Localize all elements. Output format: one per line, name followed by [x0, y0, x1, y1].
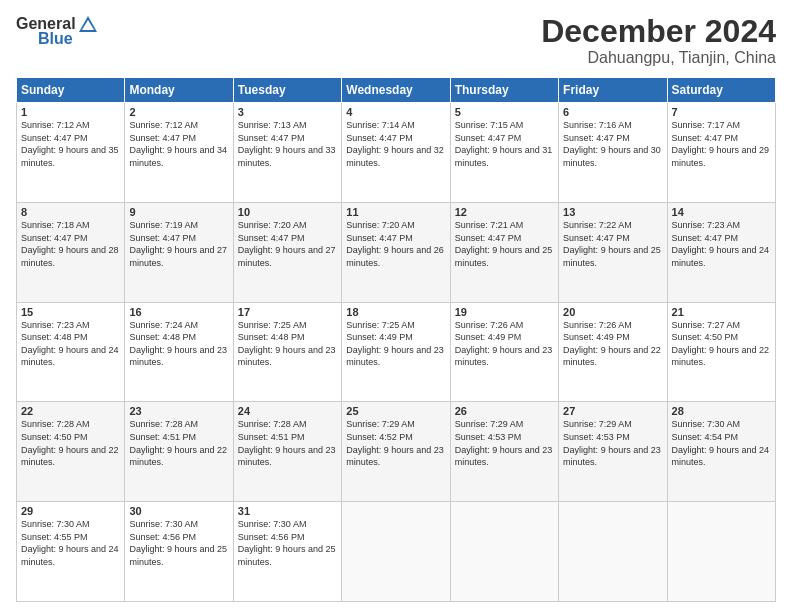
column-header-tuesday: Tuesday [233, 78, 341, 103]
day-content: Sunrise: 7:29 AM Sunset: 4:53 PM Dayligh… [455, 418, 554, 468]
day-content: Sunrise: 7:23 AM Sunset: 4:48 PM Dayligh… [21, 319, 120, 369]
day-cell: 20 Sunrise: 7:26 AM Sunset: 4:49 PM Dayl… [559, 302, 667, 402]
day-cell: 29 Sunrise: 7:30 AM Sunset: 4:55 PM Dayl… [17, 502, 125, 602]
column-header-saturday: Saturday [667, 78, 775, 103]
day-number: 15 [21, 306, 120, 318]
day-cell: 27 Sunrise: 7:29 AM Sunset: 4:53 PM Dayl… [559, 402, 667, 502]
logo-blue: Blue [38, 30, 73, 48]
day-content: Sunrise: 7:28 AM Sunset: 4:51 PM Dayligh… [129, 418, 228, 468]
column-header-monday: Monday [125, 78, 233, 103]
day-content: Sunrise: 7:13 AM Sunset: 4:47 PM Dayligh… [238, 119, 337, 169]
day-content: Sunrise: 7:29 AM Sunset: 4:52 PM Dayligh… [346, 418, 445, 468]
column-header-thursday: Thursday [450, 78, 558, 103]
day-cell: 10 Sunrise: 7:20 AM Sunset: 4:47 PM Dayl… [233, 202, 341, 302]
day-cell: 25 Sunrise: 7:29 AM Sunset: 4:52 PM Dayl… [342, 402, 450, 502]
day-content: Sunrise: 7:29 AM Sunset: 4:53 PM Dayligh… [563, 418, 662, 468]
day-cell: 5 Sunrise: 7:15 AM Sunset: 4:47 PM Dayli… [450, 103, 558, 203]
day-cell: 19 Sunrise: 7:26 AM Sunset: 4:49 PM Dayl… [450, 302, 558, 402]
day-cell [342, 502, 450, 602]
day-content: Sunrise: 7:17 AM Sunset: 4:47 PM Dayligh… [672, 119, 771, 169]
day-number: 24 [238, 405, 337, 417]
day-content: Sunrise: 7:20 AM Sunset: 4:47 PM Dayligh… [238, 219, 337, 269]
day-number: 23 [129, 405, 228, 417]
day-cell: 9 Sunrise: 7:19 AM Sunset: 4:47 PM Dayli… [125, 202, 233, 302]
day-number: 8 [21, 206, 120, 218]
day-number: 12 [455, 206, 554, 218]
day-number: 27 [563, 405, 662, 417]
day-content: Sunrise: 7:25 AM Sunset: 4:49 PM Dayligh… [346, 319, 445, 369]
day-cell: 12 Sunrise: 7:21 AM Sunset: 4:47 PM Dayl… [450, 202, 558, 302]
day-number: 7 [672, 106, 771, 118]
column-header-wednesday: Wednesday [342, 78, 450, 103]
day-cell: 14 Sunrise: 7:23 AM Sunset: 4:47 PM Dayl… [667, 202, 775, 302]
day-content: Sunrise: 7:26 AM Sunset: 4:49 PM Dayligh… [563, 319, 662, 369]
day-cell: 16 Sunrise: 7:24 AM Sunset: 4:48 PM Dayl… [125, 302, 233, 402]
calendar-header-row: SundayMondayTuesdayWednesdayThursdayFrid… [17, 78, 776, 103]
day-content: Sunrise: 7:27 AM Sunset: 4:50 PM Dayligh… [672, 319, 771, 369]
day-number: 30 [129, 505, 228, 517]
day-number: 4 [346, 106, 445, 118]
day-number: 3 [238, 106, 337, 118]
day-content: Sunrise: 7:20 AM Sunset: 4:47 PM Dayligh… [346, 219, 445, 269]
header: GeneralBlue December 2024 Dahuangpu, Tia… [16, 14, 776, 67]
day-number: 22 [21, 405, 120, 417]
title-block: December 2024 Dahuangpu, Tianjin, China [541, 14, 776, 67]
day-number: 26 [455, 405, 554, 417]
day-content: Sunrise: 7:24 AM Sunset: 4:48 PM Dayligh… [129, 319, 228, 369]
day-cell: 23 Sunrise: 7:28 AM Sunset: 4:51 PM Dayl… [125, 402, 233, 502]
page: GeneralBlue December 2024 Dahuangpu, Tia… [0, 0, 792, 612]
day-number: 16 [129, 306, 228, 318]
day-content: Sunrise: 7:28 AM Sunset: 4:50 PM Dayligh… [21, 418, 120, 468]
day-number: 13 [563, 206, 662, 218]
day-cell: 22 Sunrise: 7:28 AM Sunset: 4:50 PM Dayl… [17, 402, 125, 502]
day-cell: 2 Sunrise: 7:12 AM Sunset: 4:47 PM Dayli… [125, 103, 233, 203]
day-cell: 31 Sunrise: 7:30 AM Sunset: 4:56 PM Dayl… [233, 502, 341, 602]
day-number: 14 [672, 206, 771, 218]
day-content: Sunrise: 7:19 AM Sunset: 4:47 PM Dayligh… [129, 219, 228, 269]
day-content: Sunrise: 7:30 AM Sunset: 4:55 PM Dayligh… [21, 518, 120, 568]
logo: GeneralBlue [16, 14, 100, 48]
day-cell: 28 Sunrise: 7:30 AM Sunset: 4:54 PM Dayl… [667, 402, 775, 502]
day-cell [450, 502, 558, 602]
week-row-4: 22 Sunrise: 7:28 AM Sunset: 4:50 PM Dayl… [17, 402, 776, 502]
day-cell: 18 Sunrise: 7:25 AM Sunset: 4:49 PM Dayl… [342, 302, 450, 402]
title-location: Dahuangpu, Tianjin, China [541, 49, 776, 67]
day-cell: 13 Sunrise: 7:22 AM Sunset: 4:47 PM Dayl… [559, 202, 667, 302]
week-row-2: 8 Sunrise: 7:18 AM Sunset: 4:47 PM Dayli… [17, 202, 776, 302]
day-content: Sunrise: 7:30 AM Sunset: 4:56 PM Dayligh… [129, 518, 228, 568]
day-cell: 1 Sunrise: 7:12 AM Sunset: 4:47 PM Dayli… [17, 103, 125, 203]
day-number: 29 [21, 505, 120, 517]
day-cell: 17 Sunrise: 7:25 AM Sunset: 4:48 PM Dayl… [233, 302, 341, 402]
day-number: 5 [455, 106, 554, 118]
day-number: 25 [346, 405, 445, 417]
day-number: 1 [21, 106, 120, 118]
day-cell: 15 Sunrise: 7:23 AM Sunset: 4:48 PM Dayl… [17, 302, 125, 402]
day-content: Sunrise: 7:15 AM Sunset: 4:47 PM Dayligh… [455, 119, 554, 169]
day-cell: 26 Sunrise: 7:29 AM Sunset: 4:53 PM Dayl… [450, 402, 558, 502]
calendar-table: SundayMondayTuesdayWednesdayThursdayFrid… [16, 77, 776, 602]
day-number: 28 [672, 405, 771, 417]
day-number: 9 [129, 206, 228, 218]
column-header-friday: Friday [559, 78, 667, 103]
week-row-5: 29 Sunrise: 7:30 AM Sunset: 4:55 PM Dayl… [17, 502, 776, 602]
day-cell: 24 Sunrise: 7:28 AM Sunset: 4:51 PM Dayl… [233, 402, 341, 502]
day-content: Sunrise: 7:14 AM Sunset: 4:47 PM Dayligh… [346, 119, 445, 169]
day-cell: 7 Sunrise: 7:17 AM Sunset: 4:47 PM Dayli… [667, 103, 775, 203]
day-cell: 21 Sunrise: 7:27 AM Sunset: 4:50 PM Dayl… [667, 302, 775, 402]
day-content: Sunrise: 7:25 AM Sunset: 4:48 PM Dayligh… [238, 319, 337, 369]
day-number: 17 [238, 306, 337, 318]
day-cell: 11 Sunrise: 7:20 AM Sunset: 4:47 PM Dayl… [342, 202, 450, 302]
day-number: 19 [455, 306, 554, 318]
day-number: 20 [563, 306, 662, 318]
day-content: Sunrise: 7:16 AM Sunset: 4:47 PM Dayligh… [563, 119, 662, 169]
day-content: Sunrise: 7:23 AM Sunset: 4:47 PM Dayligh… [672, 219, 771, 269]
title-month: December 2024 [541, 14, 776, 49]
day-cell: 4 Sunrise: 7:14 AM Sunset: 4:47 PM Dayli… [342, 103, 450, 203]
day-number: 6 [563, 106, 662, 118]
day-number: 11 [346, 206, 445, 218]
day-content: Sunrise: 7:22 AM Sunset: 4:47 PM Dayligh… [563, 219, 662, 269]
day-number: 31 [238, 505, 337, 517]
day-number: 18 [346, 306, 445, 318]
day-cell [667, 502, 775, 602]
day-number: 21 [672, 306, 771, 318]
